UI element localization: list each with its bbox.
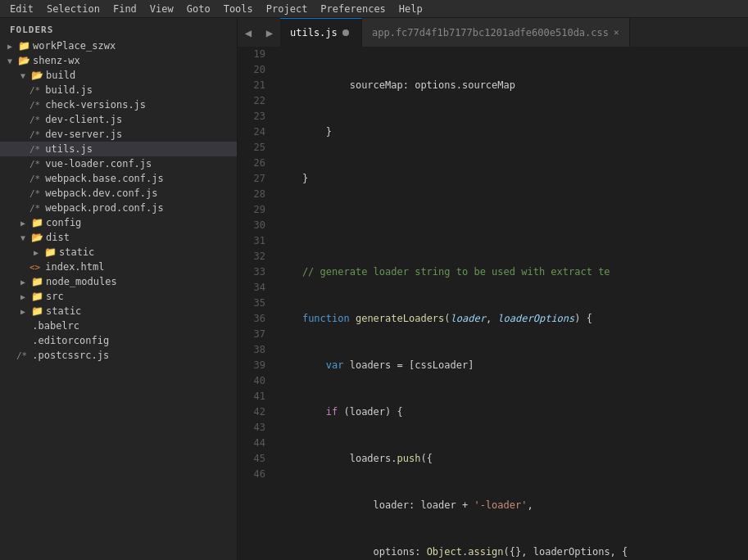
sidebar-label-build: build	[46, 70, 75, 81]
tab-css-file[interactable]: app.fc77d4f1b7177bc1201adfe600e510da.css…	[362, 18, 630, 47]
sidebar-label-dist: dist	[46, 232, 70, 243]
sidebar-label-babelrc: .babelrc	[32, 320, 79, 332]
sidebar-item-build-js[interactable]: /* build.js	[0, 83, 237, 97]
sidebar-label-src: src	[46, 291, 64, 302]
sidebar-label-shenz-wx: shenz-wx	[33, 55, 80, 66]
expand-arrow-build: ▼	[16, 71, 29, 80]
menu-project[interactable]: Project	[260, 2, 315, 16]
sidebar-item-check-versions[interactable]: /* check-versions.js	[0, 97, 237, 112]
sidebar-item-static-dist[interactable]: ▶ 📁 static	[0, 245, 237, 260]
code-line-20: }	[279, 124, 748, 140]
sidebar-label-static-dist: static	[59, 246, 94, 258]
menubar: Edit Selection Find View Goto Tools Proj…	[0, 0, 748, 18]
code-container[interactable]: 19 20 21 22 23 24 25 26 27 28 29 30 31 3…	[238, 47, 748, 560]
menu-goto[interactable]: Goto	[180, 2, 217, 16]
file-icon-postcssrc: /*	[16, 350, 27, 361]
file-icon-build-js: /*	[29, 85, 40, 96]
folder-icon-static-dist: 📁	[43, 246, 57, 258]
menu-view[interactable]: View	[143, 2, 180, 16]
tab-label-css-file: app.fc77d4f1b7177bc1201adfe600e510da.css	[372, 27, 609, 38]
sidebar-item-workplace[interactable]: ▶ 📁 workPlace_szwx	[0, 38, 237, 53]
expand-arrow-node-modules: ▶	[16, 278, 29, 287]
tab-utils-js[interactable]: utils.js	[280, 18, 362, 47]
sidebar-item-webpack-dev[interactable]: /* webpack.dev.conf.js	[0, 186, 237, 201]
sidebar-item-build[interactable]: ▼ 📂 build	[0, 68, 237, 83]
menu-help[interactable]: Help	[392, 2, 429, 16]
file-icon-editorconfig	[16, 336, 27, 346]
sidebar-item-config[interactable]: ▶ 📁 config	[0, 215, 237, 230]
menu-preferences[interactable]: Preferences	[314, 2, 392, 16]
expand-arrow-dist: ▼	[16, 233, 29, 242]
sidebar-item-index-html[interactable]: <> index.html	[0, 260, 237, 274]
code-line-24: function generateLoaders(loader, loaderO…	[279, 311, 748, 327]
code-line-26: if (loader) {	[279, 404, 748, 420]
sidebar-item-postcssrc[interactable]: /* .postcssrc.js	[0, 348, 237, 363]
code-line-22	[279, 218, 748, 233]
sidebar-item-shenz-wx[interactable]: ▼ 📂 shenz-wx	[0, 53, 237, 68]
sidebar-item-dev-server[interactable]: /* dev-server.js	[0, 127, 237, 142]
code-line-21: }	[279, 171, 748, 187]
sidebar-title: FOLDERS	[0, 18, 237, 38]
file-icon-check-versions: /*	[29, 100, 40, 111]
editor-area: ◀ ▶ utils.js app.fc77d4f1b7177bc1201adfe…	[238, 18, 748, 560]
sidebar-item-editorconfig[interactable]: .editorconfig	[0, 333, 237, 348]
sidebar-label-dev-client: dev-client.js	[45, 114, 122, 125]
code-line-25: var loaders = [cssLoader]	[279, 358, 748, 373]
sidebar-item-node-modules[interactable]: ▶ 📁 node_modules	[0, 274, 237, 289]
code-line-27: loaders.push({	[279, 451, 748, 467]
menu-find[interactable]: Find	[107, 2, 143, 16]
menu-selection[interactable]: Selection	[40, 2, 107, 16]
sidebar-item-src[interactable]: ▶ 📁 src	[0, 289, 237, 304]
sidebar-label-build-js: build.js	[45, 84, 93, 96]
folder-icon-config: 📁	[29, 217, 44, 228]
tab-nav-prev[interactable]: ◀	[238, 18, 259, 47]
expand-arrow-static: ▶	[16, 307, 29, 316]
sidebar-label-config: config	[46, 217, 81, 228]
sidebar-label-static: static	[46, 305, 81, 317]
code-editor[interactable]: sourceMap: options.sourceMap } } // gene…	[272, 47, 748, 560]
tab-label-utils-js: utils.js	[290, 27, 338, 38]
file-icon-babelrc	[16, 321, 27, 332]
sidebar-item-webpack-base[interactable]: /* webpack.base.conf.js	[0, 171, 237, 186]
sidebar-item-webpack-prod[interactable]: /* webpack.prod.conf.js	[0, 201, 237, 215]
sidebar-label-postcssrc: .postcssrc.js	[32, 350, 109, 361]
folder-icon-dist: 📂	[29, 232, 44, 243]
expand-arrow-static-dist: ▶	[29, 248, 43, 257]
sidebar-item-babelrc[interactable]: .babelrc	[0, 318, 237, 333]
sidebar-label-editorconfig: .editorconfig	[32, 335, 109, 346]
code-line-23: // generate loader string to be used wit…	[279, 264, 748, 280]
folder-icon-workplace: 📁	[16, 40, 31, 52]
code-line-28: loader: loader + '-loader',	[279, 498, 748, 513]
file-icon-webpack-base: /*	[29, 174, 40, 184]
folder-icon-node-modules: 📁	[29, 276, 44, 287]
sidebar-label-vue-loader-conf: vue-loader.conf.js	[45, 158, 152, 169]
sidebar: FOLDERS ▶ 📁 workPlace_szwx ▼ 📂 shenz-wx …	[0, 18, 238, 560]
menu-tools[interactable]: Tools	[217, 2, 260, 16]
tab-nav-next[interactable]: ▶	[259, 18, 280, 47]
folder-icon-src: 📁	[29, 291, 44, 302]
file-icon-webpack-prod: /*	[29, 203, 40, 214]
sidebar-item-static[interactable]: ▶ 📁 static	[0, 304, 237, 318]
sidebar-label-index-html: index.html	[45, 261, 104, 273]
sidebar-item-dev-client[interactable]: /* dev-client.js	[0, 112, 237, 127]
sidebar-item-vue-loader-conf[interactable]: /* vue-loader.conf.js	[0, 156, 237, 171]
tab-bar: ◀ ▶ utils.js app.fc77d4f1b7177bc1201adfe…	[238, 18, 748, 47]
folder-icon-static: 📁	[29, 305, 44, 317]
menu-edit[interactable]: Edit	[3, 2, 40, 16]
sidebar-label-workplace: workPlace_szwx	[33, 40, 116, 52]
tab-close-css[interactable]: ✕	[614, 27, 619, 38]
code-line-19: sourceMap: options.sourceMap	[279, 78, 748, 93]
file-icon-dev-server: /*	[29, 129, 40, 140]
sidebar-label-check-versions: check-versions.js	[45, 99, 146, 111]
sidebar-label-webpack-dev: webpack.dev.conf.js	[45, 187, 157, 199]
tab-modified-dot	[342, 29, 349, 36]
file-icon-webpack-dev: /*	[29, 188, 40, 199]
sidebar-label-webpack-prod: webpack.prod.conf.js	[45, 202, 164, 214]
expand-arrow-config: ▶	[16, 219, 29, 228]
expand-arrow-workplace: ▶	[3, 42, 16, 51]
file-icon-index-html: <>	[29, 262, 40, 273]
file-icon-utils-js: /*	[29, 144, 40, 155]
sidebar-item-utils-js[interactable]: /* utils.js	[0, 142, 237, 156]
sidebar-item-dist[interactable]: ▼ 📂 dist	[0, 230, 237, 245]
sidebar-label-node-modules: node_modules	[46, 276, 117, 287]
